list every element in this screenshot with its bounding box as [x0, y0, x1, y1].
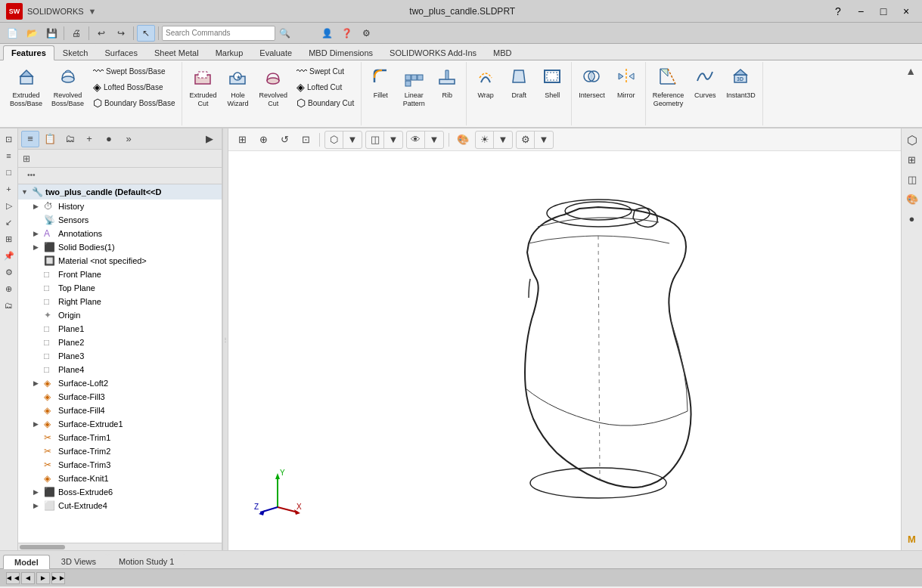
tree-surface-knit1[interactable]: ◈ Surface-Knit1	[18, 472, 222, 485]
restore-btn[interactable]: □	[874, 4, 893, 19]
save-btn[interactable]: 💾	[42, 25, 61, 42]
undo-btn[interactable]: ↩	[92, 25, 110, 42]
rp-m-btn[interactable]: M	[904, 531, 920, 547]
tab-sheet-metal[interactable]: Sheet Metal	[146, 45, 207, 60]
search-btn[interactable]: 🔍	[275, 25, 293, 42]
feature-manager-btn[interactable]: ≡	[21, 131, 39, 147]
swept-boss-btn[interactable]: 〰 Swept Boss/Base	[89, 63, 179, 79]
extruded-cut-btn[interactable]: ExtrudedCut	[185, 63, 220, 110]
wrap-btn[interactable]: Wrap	[470, 63, 501, 102]
tree-sensors[interactable]: 📡 Sensors	[18, 213, 222, 227]
lofted-boss-btn[interactable]: ◈ Lofted Boss/Base	[89, 79, 179, 94]
display-manager-btn[interactable]: ●	[100, 131, 118, 147]
more-panels-btn[interactable]: »	[120, 131, 138, 147]
dimxpert-btn[interactable]: +	[80, 131, 98, 147]
tree-surface-loft2[interactable]: ▶ ◈ Surface-Loft2	[18, 376, 222, 390]
hide-show-drop[interactable]: ▼	[425, 132, 443, 148]
tree-origin[interactable]: ✦ Origin	[18, 308, 222, 322]
close-btn[interactable]: ×	[896, 4, 916, 19]
select-btn[interactable]: ↖	[137, 25, 155, 42]
lv-btn7[interactable]: ⊞	[2, 231, 17, 246]
boundary-boss-btn[interactable]: ⬡ Boundary Boss/Base	[89, 95, 179, 110]
canvas[interactable]: Y X Z	[228, 151, 901, 550]
prev-view-btn[interactable]: ↺	[275, 132, 293, 148]
instant3d-btn[interactable]: 3D Instant3D	[722, 63, 759, 102]
help-btn2[interactable]: ❓	[337, 25, 355, 42]
tab-model[interactable]: Model	[3, 555, 50, 569]
tree-annotations[interactable]: ▶ A Annotations	[18, 227, 222, 240]
tab-3d-views[interactable]: 3D Views	[50, 554, 107, 568]
reference-geometry-btn[interactable]: ReferenceGeometry	[649, 63, 688, 110]
intersect-btn[interactable]: Intersect	[575, 63, 609, 102]
view-orient-drop[interactable]: ▼	[343, 132, 362, 148]
tab-evaluate[interactable]: Evaluate	[251, 45, 300, 60]
minimize-btn[interactable]: −	[851, 4, 871, 19]
view-setting-drop[interactable]: ▼	[535, 132, 553, 148]
tree-boss-extrude6[interactable]: ▶ ⬛ Boss-Extrude6	[18, 485, 222, 499]
tree-plane1[interactable]: □ Plane1	[18, 322, 222, 336]
edit-appear-btn[interactable]: 🎨	[454, 132, 472, 148]
nav-first-btn[interactable]: ◄◄	[6, 572, 20, 584]
tree-plane3[interactable]: □ Plane3	[18, 349, 222, 363]
tree-top-plane[interactable]: □ Top Plane	[18, 281, 222, 295]
tab-motion-study[interactable]: Motion Study 1	[107, 554, 185, 568]
revolved-boss-btn[interactable]: RevolvedBoss/Base	[48, 63, 88, 110]
tab-sketch[interactable]: Sketch	[54, 45, 97, 60]
help-btn[interactable]: ?	[828, 4, 848, 19]
new-btn[interactable]: 📄	[3, 25, 21, 42]
ribbon-collapse-btn[interactable]: ▲	[902, 62, 919, 125]
curves-btn[interactable]: Curves	[689, 63, 721, 102]
tree-front-plane[interactable]: □ Front Plane	[18, 268, 222, 281]
display-style-btn[interactable]: ◫	[366, 132, 384, 148]
rp-btn4[interactable]: 🎨	[904, 190, 920, 207]
rp-btn3[interactable]: ◫	[904, 171, 920, 187]
print-btn[interactable]: 🖨	[67, 25, 85, 42]
shell-btn[interactable]: Shell	[536, 63, 568, 102]
hole-wizard-btn[interactable]: ★ HoleWizard	[222, 63, 253, 110]
rp-cube-btn[interactable]: ⬡	[904, 132, 920, 148]
redo-btn[interactable]: ↪	[112, 25, 130, 42]
swept-cut-btn[interactable]: 〰 Swept Cut	[293, 63, 358, 79]
tab-features[interactable]: Features	[3, 45, 54, 60]
tree-surface-fill4[interactable]: ◈ Surface-Fill4	[18, 404, 222, 417]
tree-surface-fill3[interactable]: ◈ Surface-Fill3	[18, 390, 222, 404]
lv-btn10[interactable]: ⊕	[2, 281, 17, 296]
scene-btn[interactable]: ☀	[476, 132, 494, 148]
boundary-cut-btn[interactable]: ⬡ Boundary Cut	[293, 95, 358, 110]
scene-drop[interactable]: ▼	[494, 132, 512, 148]
expand-panel-btn[interactable]: ▶	[200, 131, 219, 147]
tab-mbd[interactable]: MBD	[485, 45, 520, 60]
nav-prev-btn[interactable]: ◄	[21, 572, 35, 584]
tree-plane4[interactable]: □ Plane4	[18, 363, 222, 376]
tree-material[interactable]: 🔲 Material <not specified>	[18, 254, 222, 268]
lv-btn5[interactable]: ▷	[2, 198, 17, 213]
lv-btn11[interactable]: 🗂	[2, 298, 17, 313]
rp-btn5[interactable]: ●	[904, 210, 920, 227]
resize-handle[interactable]: ⋮	[222, 128, 228, 550]
tree-surface-extrude1[interactable]: ▶ ◈ Surface-Extrude1	[18, 417, 222, 431]
search-input[interactable]	[162, 26, 275, 41]
nav-next-btn[interactable]: ►	[36, 572, 50, 584]
zoom-fit-btn[interactable]: ⊞	[233, 132, 251, 148]
lv-btn1[interactable]: ⊡	[2, 132, 17, 147]
lv-btn8[interactable]: 📌	[2, 248, 17, 263]
settings-btn[interactable]: ⚙	[357, 25, 375, 42]
revolved-cut-btn[interactable]: RevolvedCut	[255, 63, 291, 110]
zoom-area-btn[interactable]: ⊕	[254, 132, 272, 148]
tree-root[interactable]: ▼ 🔧 two_plus_candle (Default<<D	[18, 184, 222, 200]
tree-surface-trim1[interactable]: ✂ Surface-Trim1	[18, 431, 222, 444]
mirror-btn[interactable]: Mirror	[610, 63, 642, 102]
nav-last-btn[interactable]: ►►	[51, 572, 65, 584]
property-manager-btn[interactable]: 📋	[41, 131, 59, 147]
tree-plane2[interactable]: □ Plane2	[18, 336, 222, 349]
lv-btn3[interactable]: □	[2, 165, 17, 180]
open-btn[interactable]: 📂	[23, 25, 41, 42]
extruded-boss-btn[interactable]: ExtrudedBoss/Base	[6, 63, 46, 110]
lv-btn9[interactable]: ⚙	[2, 265, 17, 280]
feature-tree[interactable]: ▼ 🔧 two_plus_candle (Default<<D ▶ ⏱ Hist…	[18, 184, 222, 543]
draft-btn[interactable]: Draft	[503, 63, 535, 102]
lofted-cut-btn[interactable]: ◈ Lofted Cut	[293, 79, 358, 94]
tree-surface-trim3[interactable]: ✂ Surface-Trim3	[18, 458, 222, 472]
tab-solidworks-addins[interactable]: SOLIDWORKS Add-Ins	[381, 45, 485, 60]
tree-right-plane[interactable]: □ Right Plane	[18, 295, 222, 308]
